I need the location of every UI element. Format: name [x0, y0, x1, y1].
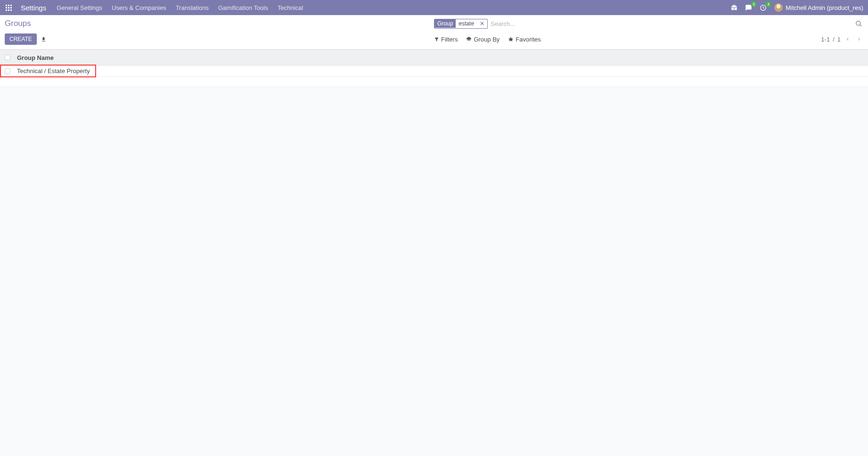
table-spacer [0, 77, 868, 87]
create-button[interactable]: CREATE [5, 33, 37, 45]
activities-icon[interactable]: 4 [760, 4, 767, 11]
user-menu[interactable]: Mitchell Admin (product_res) [774, 3, 863, 12]
nav-menu-gamification-tools[interactable]: Gamification Tools [218, 4, 268, 11]
group-by-button[interactable]: Group By [466, 36, 500, 43]
facet-label: Group [434, 19, 456, 28]
pager-next-button[interactable] [855, 36, 863, 42]
filter-icon [434, 37, 439, 42]
filters-button[interactable]: Filters [434, 36, 458, 43]
star-icon [508, 36, 514, 42]
nav-menu-general-settings[interactable]: General Settings [57, 4, 102, 11]
facet-value: estate [456, 19, 477, 28]
control-panel: Groups Group estate ✕ CREATE Filters [0, 15, 868, 50]
messages-icon[interactable]: 5 [745, 4, 752, 11]
group-by-label: Group By [474, 36, 500, 43]
gift-icon[interactable] [731, 4, 737, 11]
favorites-label: Favorites [516, 36, 540, 43]
nav-menu-translations[interactable]: Translations [176, 4, 209, 11]
column-header-group-name[interactable]: Group Name [17, 54, 54, 61]
pager: 1-1 / 1 [821, 36, 863, 43]
table-row[interactable]: Technical / Estate Property [0, 66, 868, 77]
row-checkbox[interactable] [5, 68, 10, 74]
avatar [774, 3, 783, 12]
nav-menu-technical[interactable]: Technical [278, 4, 303, 11]
export-button[interactable] [41, 36, 47, 42]
search-area: Group estate ✕ [434, 18, 868, 29]
filters-label: Filters [441, 36, 458, 43]
nav-menu: General Settings Users & Companies Trans… [57, 4, 303, 11]
search-facet-group: Group estate ✕ [434, 19, 488, 29]
pager-total: 1 [837, 36, 841, 43]
facet-remove-icon[interactable]: ✕ [477, 20, 487, 27]
groups-table: Group Name Technical / Estate Property [0, 50, 868, 87]
apps-icon[interactable] [5, 4, 12, 11]
row-group-name[interactable]: Technical / Estate Property [17, 67, 90, 75]
top-navbar: Settings General Settings Users & Compan… [0, 0, 868, 15]
activities-badge: 4 [765, 1, 771, 7]
breadcrumb: Groups [0, 19, 31, 28]
favorites-button[interactable]: Favorites [508, 36, 540, 43]
nav-menu-users-companies[interactable]: Users & Companies [112, 4, 166, 11]
layers-icon [466, 36, 472, 42]
search-input[interactable] [488, 18, 855, 29]
pager-prev-button[interactable] [843, 36, 852, 42]
app-brand[interactable]: Settings [21, 4, 46, 12]
search-icon[interactable] [855, 20, 862, 27]
pager-sep: / [833, 36, 835, 43]
table-header: Group Name [0, 50, 868, 66]
svg-line-2 [860, 25, 861, 26]
messages-badge: 5 [751, 1, 757, 7]
svg-point-1 [856, 21, 860, 25]
user-label: Mitchell Admin (product_res) [786, 4, 863, 11]
pager-range: 1-1 [821, 36, 830, 43]
select-all-checkbox[interactable] [5, 55, 10, 60]
